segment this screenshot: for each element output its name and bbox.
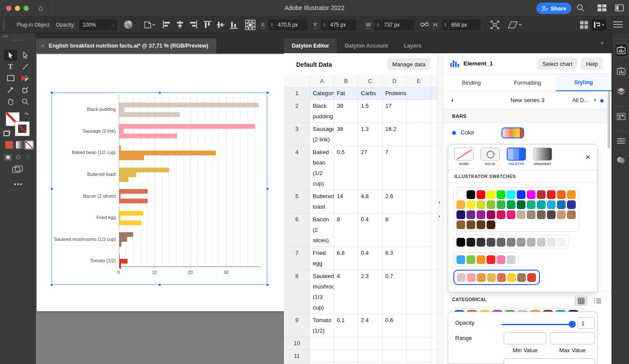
swatch[interactable] xyxy=(456,200,465,209)
datylon-tool-icon[interactable] xyxy=(19,72,32,83)
swatch[interactable] xyxy=(547,238,556,247)
swatch[interactable] xyxy=(507,210,515,219)
sheet-cell[interactable]: 14 xyxy=(334,190,358,213)
sheet-cell[interactable]: 0.7 xyxy=(383,270,407,314)
sheet-cell[interactable]: Sauteed mushrooms (1/3 cup) xyxy=(310,270,334,314)
line-tool[interactable] xyxy=(19,61,32,72)
swatch[interactable] xyxy=(497,200,505,209)
swatch[interactable] xyxy=(507,190,515,199)
swatch-group-default-colors[interactable] xyxy=(453,187,579,232)
swatch[interactable] xyxy=(517,273,526,282)
sheet-cell[interactable]: 6.8 xyxy=(334,247,358,270)
swatch[interactable] xyxy=(487,210,495,219)
row-number[interactable]: 6 xyxy=(284,213,310,247)
tab-styling[interactable]: Styling xyxy=(556,74,612,91)
align-top-icon[interactable] xyxy=(204,21,211,29)
swatch[interactable] xyxy=(567,210,576,219)
swatch[interactable] xyxy=(537,238,546,247)
fill-type-none[interactable]: NONE xyxy=(453,148,475,170)
color-palette-button[interactable] xyxy=(501,127,524,138)
expand-data-panel-icon[interactable]: › xyxy=(439,213,440,219)
swatch[interactable] xyxy=(527,273,536,282)
align-center-vertical-icon[interactable] xyxy=(217,21,225,29)
collapse-data-panel-icon[interactable]: ‹ xyxy=(439,199,440,205)
selection-handle[interactable] xyxy=(266,283,269,286)
row-number[interactable]: 4 xyxy=(284,146,310,190)
sheet-cell[interactable]: 7 xyxy=(383,146,407,190)
stepper-icon[interactable]: ▲▼ xyxy=(442,20,449,30)
selection-handle[interactable] xyxy=(266,187,269,190)
sheet-cell[interactable] xyxy=(431,337,437,350)
swatch[interactable] xyxy=(477,190,485,199)
direct-selection-tool[interactable] xyxy=(19,50,32,61)
swatch[interactable] xyxy=(477,220,485,229)
fill-type-gradient[interactable]: GRADIENT xyxy=(531,148,554,170)
sheet-cell[interactable] xyxy=(407,190,431,213)
swatch[interactable] xyxy=(557,238,566,247)
tab-binding[interactable]: Binding xyxy=(443,74,499,91)
sheet-cell[interactable]: 4.8 xyxy=(358,190,383,213)
swatch[interactable] xyxy=(517,190,525,199)
sheet-cell[interactable]: Fried egg xyxy=(310,247,334,270)
artboard-options-icon[interactable] xyxy=(143,21,156,29)
swatch[interactable] xyxy=(497,238,505,247)
close-document-icon[interactable]: × xyxy=(41,43,45,49)
swatch[interactable] xyxy=(456,238,465,247)
sheet-cell[interactable]: 6.3 xyxy=(383,247,407,270)
sheet-cell[interactable] xyxy=(431,100,437,123)
sheet-cell[interactable] xyxy=(431,213,437,247)
swatch[interactable] xyxy=(456,255,465,264)
swatch-group-datylon-breakfast-palette[interactable] xyxy=(453,270,540,285)
properties-panel-icon[interactable] xyxy=(615,134,628,148)
swatch[interactable] xyxy=(527,200,536,209)
artboard-tool[interactable] xyxy=(19,84,32,95)
share-button[interactable]: Share xyxy=(536,3,571,14)
draw-behind-mode-button[interactable] xyxy=(14,154,22,161)
max-value-input[interactable] xyxy=(550,332,595,344)
sheet-cell[interactable]: Bacon (2 slices) xyxy=(310,213,334,247)
align-bottom-icon[interactable] xyxy=(230,21,238,29)
stepper-icon[interactable]: ▲▼ xyxy=(375,20,381,30)
swatch[interactable] xyxy=(527,190,536,199)
swatch[interactable] xyxy=(517,238,525,247)
swatch[interactable] xyxy=(487,273,496,282)
sheet-cell[interactable] xyxy=(407,123,431,146)
sheet-cell[interactable]: 2.4 xyxy=(358,314,383,337)
canvas[interactable]: 0102030Black puddingSausage (2 link)Bake… xyxy=(36,53,284,364)
sheet-cell[interactable] xyxy=(358,337,383,350)
sheet-cell[interactable] xyxy=(407,146,431,190)
screen-mode-icon[interactable] xyxy=(12,165,23,173)
fill-type-solid[interactable]: SOLID xyxy=(479,148,501,170)
swatch[interactable] xyxy=(507,200,515,209)
stepper-icon[interactable]: ▲▼ xyxy=(269,20,275,30)
grip-handle[interactable] xyxy=(616,130,626,131)
swatch[interactable] xyxy=(477,210,485,219)
x-input[interactable]: ▲▼470,5 px xyxy=(269,20,307,30)
swatch[interactable] xyxy=(477,255,485,264)
sheet-cell[interactable]: Fat xyxy=(334,87,358,100)
sheet-cell[interactable]: 4 xyxy=(334,270,358,314)
window-panel-icon[interactable] xyxy=(615,4,624,11)
sheet-cell[interactable]: 1.5 xyxy=(358,100,383,123)
swatch[interactable] xyxy=(547,190,556,199)
transparency-panel-icon[interactable] xyxy=(615,154,628,167)
swatch[interactable] xyxy=(467,273,476,282)
chevron-down-icon[interactable]: ∨ xyxy=(593,97,597,103)
collapse-panel-icon[interactable]: » xyxy=(601,39,604,46)
rectangle-tool[interactable] xyxy=(4,72,17,83)
swatch[interactable] xyxy=(517,210,525,219)
swatch[interactable] xyxy=(467,255,475,264)
swatch[interactable] xyxy=(457,273,466,282)
swatch[interactable] xyxy=(487,200,495,209)
column-header[interactable]: C xyxy=(358,75,383,87)
sheet-cell[interactable]: Sausage (2 link) xyxy=(310,123,334,146)
min-value-input[interactable] xyxy=(504,332,546,344)
grid-view-button[interactable] xyxy=(574,295,588,306)
grip-handle[interactable] xyxy=(3,20,5,30)
selection-handle[interactable] xyxy=(158,283,161,286)
swatch[interactable] xyxy=(487,190,495,199)
h-label[interactable]: H: xyxy=(433,22,439,29)
tab-layers[interactable]: Layers xyxy=(396,38,429,53)
swatch[interactable] xyxy=(467,238,475,247)
sheet-cell[interactable]: Buttered toast xyxy=(310,190,334,213)
